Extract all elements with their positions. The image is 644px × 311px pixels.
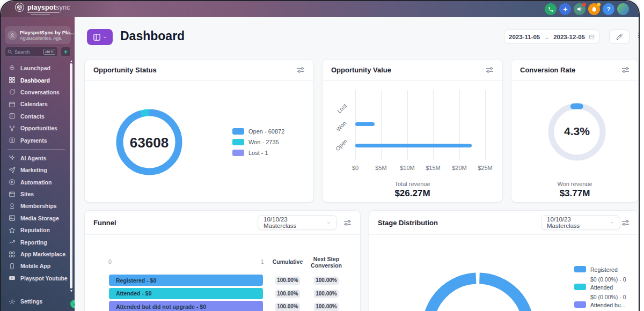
chevron-down-icon: [326, 220, 331, 225]
sidebar-item-launchpad[interactable]: Launchpad: [1, 62, 71, 74]
rocket-icon: [9, 65, 16, 72]
legend-label: Attended bu...: [590, 302, 625, 308]
app-logo: playspotsync: [15, 3, 70, 12]
layout-icon: [93, 33, 101, 41]
plus-icon: +: [64, 48, 68, 56]
image-icon: [9, 214, 16, 221]
stage-legend-item: Attended$0 (0.00%) - 0: [574, 282, 626, 301]
scroll-down-icon[interactable]: [70, 290, 72, 292]
trend-chart-icon: [9, 239, 16, 246]
sidebar-item-marketing[interactable]: Marketing: [1, 164, 71, 176]
card-title: Funnel: [93, 219, 116, 227]
announcements-megaphone-icon[interactable]: [574, 3, 586, 15]
funnel-cumulative-badge: 100.00%: [275, 276, 300, 285]
filter-icon[interactable]: [486, 66, 494, 73]
card-title: Stage Distribution: [378, 219, 438, 227]
sidebar-item-sites[interactable]: Sites: [1, 188, 71, 200]
dashboard-selector-button[interactable]: [87, 29, 113, 45]
sidebar-item-dashboard[interactable]: Dashboard: [1, 74, 71, 86]
legend-chip-attended: [574, 284, 586, 290]
search-placeholder: Search: [14, 49, 41, 55]
opportunity-value-card: Opportunity Value Lost Won Open $0 $5M $…: [322, 59, 503, 203]
funnel-bar-registered[interactable]: Registered - $0: [109, 275, 263, 286]
won-revenue-value: $3.77M: [511, 188, 638, 199]
funnel-select[interactable]: 10/10/23 Masterclass: [258, 215, 337, 230]
conversion-rate-value: 4.3%: [546, 125, 608, 138]
sidebar-item-reputation[interactable]: Reputation: [1, 224, 71, 236]
browser-icon: [9, 191, 16, 198]
status-total-value: 63608: [113, 135, 186, 151]
opportunities-icon: [9, 125, 16, 132]
stage-legend-item: Attended bu...$0 (0.00%) - 0: [574, 300, 626, 311]
sidebar-item-label: Mobile App: [20, 263, 50, 269]
sidebar-item-payments[interactable]: Payments: [1, 134, 71, 146]
search-icon: [8, 49, 12, 54]
sparkle-icon: [9, 154, 16, 161]
won-revenue-label: Won revenue: [511, 181, 638, 187]
sidebar-item-opportunities[interactable]: Opportunities: [1, 122, 71, 134]
payments-icon: [9, 137, 16, 144]
logo-secondary: sync: [56, 4, 70, 11]
sidebar-item-label: Contacts: [20, 113, 45, 120]
sidebar-item-memberships[interactable]: Memberships: [1, 200, 71, 212]
edit-dashboard-button[interactable]: [609, 29, 630, 44]
sidebar-item-media-storage[interactable]: Media Storage: [1, 212, 71, 224]
account-switcher[interactable]: PlayspotSync by Pla... Aguascalientes, A…: [5, 26, 71, 44]
total-revenue-label: Total revenue: [323, 181, 502, 187]
xtick: $25M: [478, 165, 493, 171]
sidebar-item-label: Settings: [20, 298, 42, 305]
funnel-bar-label: Attended but did not upgrade - $0: [116, 303, 206, 310]
sidebar-item-ai-agents[interactable]: AI Agents: [1, 152, 71, 164]
funnel-bar-label: Attended - $0: [116, 290, 152, 297]
sidebar-item-label: Playspot Youtube: [20, 275, 68, 282]
search-input[interactable]: Search ctrl K: [5, 47, 58, 57]
sidebar-item-automation[interactable]: Automation: [1, 176, 71, 188]
sidebar-scrollbar[interactable]: [70, 63, 72, 288]
sidebar-item-mobile-app[interactable]: Mobile App: [1, 260, 71, 272]
more-options-button[interactable]: ⋮: [635, 31, 640, 39]
sidebar-item-contacts[interactable]: Contacts: [1, 110, 71, 122]
calendar-icon: [589, 34, 595, 40]
funnel-axis-min: 0: [108, 258, 112, 265]
account-name: PlayspotSync by Pla...: [20, 29, 74, 35]
sidebar-item-calendars[interactable]: Calendars: [1, 98, 71, 110]
filter-icon[interactable]: [621, 66, 630, 73]
sidebar-item-playspot-youtube[interactable]: Playspot Youtube: [1, 272, 71, 284]
funnel-col-next-step: Next Step Conversion: [309, 256, 344, 269]
opportunity-status-card: Opportunity Status 63608 Open - 60872 Wo…: [84, 59, 314, 203]
sidebar-item-app-marketplace[interactable]: App Marketplace: [1, 248, 71, 260]
user-avatar[interactable]: [617, 3, 629, 15]
xtick: $5M: [375, 165, 386, 171]
sidebar-divider: [8, 149, 65, 150]
stage-select[interactable]: 10/10/23 Masterclass: [541, 215, 620, 230]
filter-icon[interactable]: [343, 219, 352, 226]
notifications-bell-icon[interactable]: [588, 3, 600, 15]
stage-donut-chart: [416, 266, 540, 311]
legend-chip-lost: [232, 150, 244, 156]
star-icon: [9, 227, 16, 234]
total-revenue-value: $26.27M: [323, 188, 502, 199]
date-range-picker[interactable]: 2023-11-05 → 2023-12-05: [504, 29, 599, 44]
help-icon[interactable]: ?: [603, 3, 614, 15]
date-from: 2023-11-05: [509, 34, 540, 40]
funnel-cumulative-badge: 100.00%: [275, 289, 300, 298]
quick-add-button[interactable]: +: [61, 47, 71, 57]
notifications-badge: [597, 3, 601, 6]
filter-icon[interactable]: [297, 66, 305, 73]
bar-open: [355, 144, 472, 147]
sidebar-item-conversations[interactable]: Conversations: [1, 86, 71, 98]
phone-icon[interactable]: [545, 3, 557, 15]
filter-icon[interactable]: [621, 219, 630, 226]
funnel-bar-no-upgrade[interactable]: Attended but did not upgrade - $0: [109, 301, 263, 311]
chevron-down-icon: [610, 220, 614, 225]
date-to: 2023-12-05: [553, 34, 585, 40]
conversion-rate-card: Conversion Rate 4.3% Won revenue $3.77M: [511, 59, 639, 203]
sidebar-item-reporting[interactable]: Reporting: [1, 236, 71, 248]
funnel-bar-attended[interactable]: Attended - $0: [109, 288, 263, 299]
scroll-up-icon[interactable]: [70, 60, 72, 62]
stage-distribution-card: Stage Distribution 10/10/23 Masterclass …: [369, 210, 639, 311]
funnel-col-cumulative: Cumulative: [273, 258, 303, 265]
logo-text: playspotsync: [27, 4, 70, 11]
sidebar-item-settings[interactable]: Settings: [1, 295, 71, 307]
boost-rocket-icon[interactable]: [559, 3, 571, 15]
